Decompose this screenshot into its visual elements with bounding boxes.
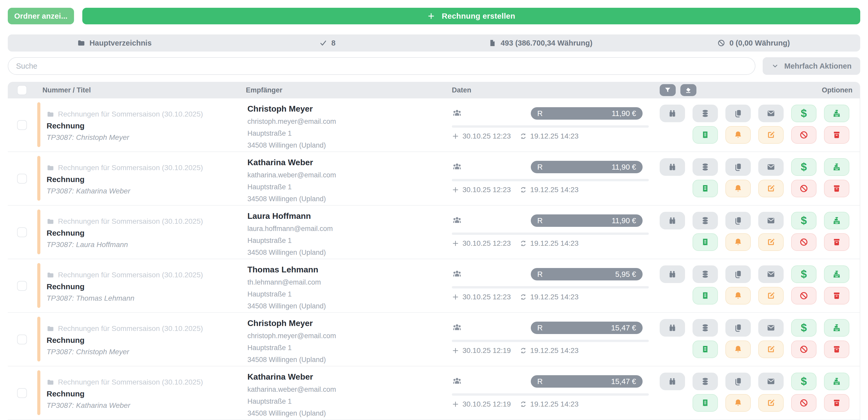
coins-button[interactable] [692,212,718,230]
plus-icon [452,293,459,301]
recipient-street: Hauptstraße 1 [247,129,449,138]
recipient-cell: Thomas Lehmann th.lehmann@email.com Haup… [246,259,449,312]
bell-button[interactable] [725,233,751,251]
row-checkbox[interactable] [17,227,27,237]
copy-button[interactable] [725,212,751,230]
edit-button[interactable] [758,180,784,197]
mail-button[interactable] [758,265,784,283]
cash-register-button[interactable] [824,372,849,390]
cash-register-button[interactable] [824,158,849,176]
dollar-button[interactable]: $ [791,104,816,122]
coins-button[interactable] [692,372,718,390]
archive-button[interactable] [824,180,849,197]
mail-button[interactable] [758,212,784,230]
cancel-button[interactable] [791,287,816,304]
dollar-icon: $ [801,161,807,173]
bulk-actions-button[interactable]: Mehrfach Aktionen [763,57,860,75]
dollar-button[interactable]: $ [791,372,816,390]
cancel-button[interactable] [791,180,816,197]
archive-button[interactable] [824,394,849,412]
mail-button[interactable] [758,104,784,122]
receipt-button[interactable] [692,394,718,412]
archive-button[interactable] [824,287,849,304]
edit-button[interactable] [758,394,784,412]
mail-button[interactable] [758,158,784,176]
coins-button[interactable] [692,319,718,337]
binoculars-button[interactable] [660,372,685,390]
receipt-button[interactable] [692,340,718,358]
bell-button[interactable] [725,287,751,304]
cash-register-button[interactable] [824,319,849,337]
binoculars-button[interactable] [660,104,685,122]
search-input[interactable] [8,57,755,75]
archive-button[interactable] [824,340,849,358]
row-checkbox[interactable] [17,388,27,398]
copy-button[interactable] [725,319,751,337]
cancel-button[interactable] [791,126,816,144]
filter-button[interactable] [660,84,676,96]
recipient-name: Katharina Weber [247,372,449,382]
copy-button[interactable] [725,158,751,176]
cancel-button[interactable] [791,340,816,358]
table-row: Rechnungen für Sommersaison (30.10.2025)… [8,366,860,420]
edit-button[interactable] [758,233,784,251]
dollar-button[interactable]: $ [791,158,816,176]
data-top-line: R 11,90 € [452,107,649,120]
archive-button[interactable] [824,233,849,251]
row-checkbox[interactable] [17,120,27,130]
copy-button[interactable] [725,104,751,122]
binoculars-button[interactable] [660,319,685,337]
binoculars-button[interactable] [660,212,685,230]
due-date: 19.12.25 14:23 [530,293,579,301]
cancel-button[interactable] [791,394,816,412]
row-folder-line: Rechnungen für Sommersaison (30.10.2025) [46,217,203,226]
bell-icon [734,184,743,193]
copy-icon [734,270,743,279]
edit-icon [767,291,775,300]
chevron-down-icon [772,62,779,70]
coins-button[interactable] [692,158,718,176]
row-checkbox[interactable] [17,281,27,291]
receipt-button[interactable] [692,287,718,304]
due-date: 19.12.25 14:23 [530,132,579,140]
archive-button[interactable] [824,126,849,144]
bell-button[interactable] [725,180,751,197]
clear-filter-button[interactable] [680,84,696,96]
row-doc-type: Rechnung [46,389,203,398]
dollar-button[interactable]: $ [791,212,816,230]
cancel-button[interactable] [791,233,816,251]
cash-register-button[interactable] [824,265,849,283]
bell-button[interactable] [725,126,751,144]
show-folders-button[interactable]: Ordner anzei... [8,8,74,24]
edit-button[interactable] [758,126,784,144]
recipient-name: Christoph Meyer [247,104,449,114]
bell-button[interactable] [725,394,751,412]
recipient-street: Hauptstraße 1 [247,344,449,352]
create-invoice-button[interactable]: Rechnung erstellen [82,8,860,24]
row-doc-type: Rechnung [46,282,203,291]
bell-button[interactable] [725,340,751,358]
coins-button[interactable] [692,104,718,122]
mail-button[interactable] [758,372,784,390]
row-checkbox[interactable] [17,334,27,344]
binoculars-button[interactable] [660,158,685,176]
edit-button[interactable] [758,340,784,358]
invoice-amount-badge: R 11,90 € [531,107,643,120]
row-checkbox[interactable] [17,174,27,184]
edit-button[interactable] [758,287,784,304]
dollar-button[interactable]: $ [791,319,816,337]
dollar-button[interactable]: $ [791,265,816,283]
cash-register-button[interactable] [824,104,849,122]
copy-button[interactable] [725,372,751,390]
select-all-checkbox[interactable] [17,85,27,95]
binoculars-button[interactable] [660,265,685,283]
mail-button[interactable] [758,319,784,337]
copy-button[interactable] [725,265,751,283]
receipt-button[interactable] [692,233,718,251]
cash-register-icon [832,216,841,225]
cash-register-button[interactable] [824,212,849,230]
coins-button[interactable] [692,265,718,283]
progress-bar [452,393,649,396]
receipt-button[interactable] [692,126,718,144]
receipt-button[interactable] [692,180,718,197]
